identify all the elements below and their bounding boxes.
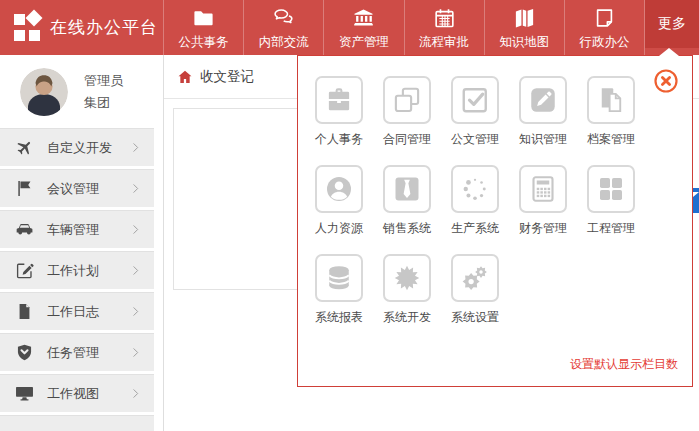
app-tile-label: 财务管理 xyxy=(519,220,567,237)
app-tile-1[interactable]: 个人事务 xyxy=(315,76,383,148)
tie-icon xyxy=(392,174,422,204)
plane-icon xyxy=(15,138,34,157)
app-tile-2[interactable]: 合同管理 xyxy=(383,76,451,148)
grid-icon xyxy=(596,174,626,204)
topbar-item-label: 资产管理 xyxy=(339,34,389,51)
app-tile-10[interactable]: 工程管理 xyxy=(587,165,655,237)
app-tile-6[interactable]: 人力资源 xyxy=(315,165,383,237)
app-tile-box xyxy=(519,165,567,213)
app-tile-box xyxy=(383,254,431,302)
bank-icon xyxy=(352,7,375,30)
app-tile-box xyxy=(383,165,431,213)
home-icon xyxy=(177,69,193,85)
sidebar-menu: 自定义开发会议管理车辆管理工作计划工作日志任务管理工作视图 xyxy=(0,128,163,412)
app-tile-box xyxy=(451,76,499,124)
user-profile[interactable]: 管理员 集团 xyxy=(0,55,163,128)
sidebar-item-label: 任务管理 xyxy=(47,344,129,362)
app-tile-9[interactable]: 财务管理 xyxy=(519,165,587,237)
car-icon xyxy=(15,220,34,239)
tab-document-registration[interactable]: 收文登记 xyxy=(177,68,254,86)
more-label: 更多 xyxy=(658,15,686,33)
app-grid: 个人事务合同管理公文管理知识管理档案管理人力资源销售系统生产系统财务管理工程管理… xyxy=(298,56,668,343)
app-tile-12[interactable]: 系统开发 xyxy=(383,254,451,326)
app-tile-label: 系统开发 xyxy=(383,309,431,326)
app-tile-label: 销售系统 xyxy=(383,220,431,237)
app-tile-box xyxy=(315,76,363,124)
gears-icon xyxy=(460,263,490,293)
app-tile-label: 人力资源 xyxy=(315,220,363,237)
app-tile-box xyxy=(587,165,635,213)
topbar-item-4[interactable]: 流程审批 xyxy=(404,0,484,55)
sidebar-item-2[interactable]: 会议管理 xyxy=(0,169,154,207)
chevron-right-icon xyxy=(129,141,142,154)
app-tile-label: 生产系统 xyxy=(451,220,499,237)
sidebar-item-7[interactable]: 工作视图 xyxy=(0,374,154,412)
sidebar-item-3[interactable]: 车辆管理 xyxy=(0,210,154,248)
monitor-icon xyxy=(15,384,34,403)
edit-icon xyxy=(15,261,34,280)
set-default-columns-link[interactable]: 设置默认显示栏目数 xyxy=(570,356,678,373)
app-tile-label: 个人事务 xyxy=(315,131,363,148)
app-tile-box xyxy=(587,76,635,124)
app-tile-8[interactable]: 生产系统 xyxy=(451,165,519,237)
app-tile-label: 合同管理 xyxy=(383,131,431,148)
folder-icon xyxy=(192,7,215,30)
topbar-item-label: 内部交流 xyxy=(259,34,309,51)
check-square-icon xyxy=(460,85,490,115)
close-icon[interactable] xyxy=(653,68,679,94)
topbar-item-6[interactable]: 行政办公 xyxy=(564,0,644,55)
pencil-square-icon xyxy=(528,85,558,115)
app-tile-box xyxy=(451,254,499,302)
map-icon xyxy=(513,7,536,30)
app-tile-7[interactable]: 销售系统 xyxy=(383,165,451,237)
gear-burst-icon xyxy=(392,263,422,293)
app-tile-13[interactable]: 系统设置 xyxy=(451,254,519,326)
topbar-item-label: 行政办公 xyxy=(579,34,629,51)
chevron-right-icon xyxy=(129,305,142,318)
topbar: 在线办公平台 公共事务内部交流资产管理流程审批知识地图行政办公 更多 xyxy=(0,0,699,55)
sidebar-item-label: 工作视图 xyxy=(47,385,129,403)
topbar-item-1[interactable]: 公共事务 xyxy=(163,0,243,55)
app-tile-11[interactable]: 系统报表 xyxy=(315,254,383,326)
background-widget-peek xyxy=(692,188,699,213)
app-tile-4[interactable]: 知识管理 xyxy=(519,76,587,148)
topbar-item-5[interactable]: 知识地图 xyxy=(484,0,564,55)
app-tile-box xyxy=(519,76,567,124)
app-tile-box xyxy=(315,254,363,302)
chat-icon xyxy=(272,7,295,30)
chevron-right-icon xyxy=(129,346,142,359)
topbar-item-label: 流程审批 xyxy=(419,34,469,51)
shield-icon xyxy=(15,343,34,362)
sidebar-item-label: 会议管理 xyxy=(47,180,129,198)
app-tile-label: 公文管理 xyxy=(451,131,499,148)
sidebar-filler xyxy=(0,415,154,431)
documents-icon xyxy=(596,85,626,115)
app-tile-label: 档案管理 xyxy=(587,131,635,148)
sidebar-item-6[interactable]: 任务管理 xyxy=(0,333,154,371)
page-icon xyxy=(593,7,616,30)
chevron-right-icon xyxy=(129,182,142,195)
app-tile-box xyxy=(383,76,431,124)
app-title: 在线办公平台 xyxy=(50,16,158,39)
logo-grid-icon xyxy=(14,14,41,41)
chevron-right-icon xyxy=(129,223,142,236)
app-tile-5[interactable]: 档案管理 xyxy=(587,76,655,148)
app-tile-box xyxy=(451,165,499,213)
user-name: 管理员 xyxy=(84,70,123,91)
app-tile-3[interactable]: 公文管理 xyxy=(451,76,519,148)
topbar-item-label: 公共事务 xyxy=(179,34,229,51)
sidebar-item-5[interactable]: 工作日志 xyxy=(0,292,154,330)
app-tile-box xyxy=(315,165,363,213)
spinner-icon xyxy=(460,174,490,204)
database-icon xyxy=(324,263,354,293)
sidebar: 管理员 集团 自定义开发会议管理车辆管理工作计划工作日志任务管理工作视图 xyxy=(0,55,164,431)
more-button[interactable]: 更多 xyxy=(645,0,699,48)
topbar-item-2[interactable]: 内部交流 xyxy=(243,0,323,55)
sidebar-item-1[interactable]: 自定义开发 xyxy=(0,128,154,166)
topbar-item-3[interactable]: 资产管理 xyxy=(323,0,403,55)
sidebar-item-label: 工作日志 xyxy=(47,303,129,321)
sidebar-item-4[interactable]: 工作计划 xyxy=(0,251,154,289)
app-logo: 在线办公平台 xyxy=(0,0,163,55)
sidebar-item-label: 工作计划 xyxy=(47,262,129,280)
calendar-icon xyxy=(433,7,456,30)
